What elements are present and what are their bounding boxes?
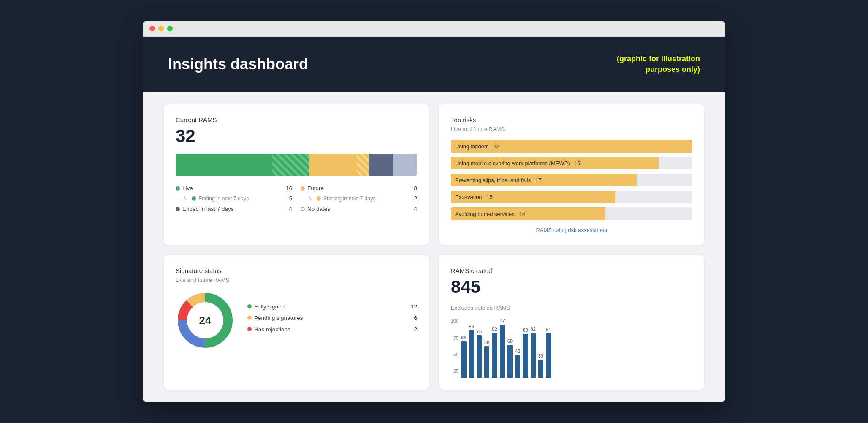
pending-count: 6 [414,315,417,321]
live-dot [176,186,180,191]
arrow-icon-2: ↳ [308,196,312,202]
bar-col-7: 60 [507,338,513,378]
legend-live-label: Live [182,185,193,191]
legend-no-dates-label: No dates [307,206,330,212]
legend-starting-label: Starting in next 7 days [323,196,376,202]
risk-fill-excavation: Excavation 15 [451,191,615,203]
bar-col-4: 58 [484,340,489,378]
legend-starting: ↳ Starting in next 7 days 2 [301,196,417,202]
risk-bar-mewp: Using mobile elevating work platforms (M… [451,157,692,169]
top-risks-title: Top risks [451,116,692,123]
pending-dot [247,316,252,320]
risk-fill-ladders: Using ladders 22 [451,140,692,153]
rams-created-title: RAMS created [451,267,692,274]
bar-col-2: 86 [469,324,474,378]
maximize-icon[interactable] [167,26,173,31]
rams-footer: RAMS using risk assessment [451,227,692,233]
browser-toolbar [143,21,725,37]
fully-signed-dot [247,304,252,308]
bar-future [309,154,357,176]
bar-col-6: 97 [500,318,505,378]
bar-col-10: 82 [531,327,536,378]
bar-col-5: 82 [492,327,497,378]
risk-fill-buried: Avoiding buried services 14 [451,207,605,220]
bar-col-1: 66 [461,335,466,378]
legend-live: Live 16 [176,185,292,191]
legend-no-dates: No dates 4 [301,206,417,212]
bar-ended [369,154,393,176]
rejections-count: 2 [414,326,417,333]
bar-future-starting [357,154,369,176]
risk-fill-slips: Preventing slips, trips, and falls 17 [451,174,637,186]
sig-title: Signature status [176,267,417,274]
bar-live [176,154,272,176]
fully-signed-label: Fully signed [254,303,285,310]
rams-bar [176,154,417,176]
rams-created-count: 845 [451,277,692,297]
sig-subtitle: Live and future RAMS [176,277,417,283]
legend-ended-count: 4 [289,206,292,212]
fully-signed-count: 12 [411,303,417,310]
legend-ending-label: Ending in next 7 days [198,196,249,202]
bar-chart-area: 100 75 50 25 66 86 [451,319,692,378]
sig-pending: Pending signatures 6 [247,315,417,321]
header-note: (graphic for illustrationpurposes only) [617,54,700,75]
bar-no-dates [393,154,417,176]
ended-dot [176,207,180,211]
bar-col-8: 42 [515,349,520,378]
risk-bars: Using ladders 22 Using mobile elevating … [451,140,692,220]
no-dates-dot [301,207,305,211]
current-rams-count: 32 [176,126,417,146]
sig-rejections: Has rejections 2 [247,326,417,333]
starting-dot [317,196,321,201]
ending-dot [192,196,196,201]
bar-chart-y-axis: 100 75 50 25 [451,319,461,374]
legend-ended: Ended in last 7 days 4 [176,206,292,212]
risk-bar-ladders: Using ladders 22 [451,140,692,153]
legend-ended-label: Ended in last 7 days [182,206,234,212]
bar-col-9: 80 [523,327,528,378]
donut-center-value: 24 [199,314,212,327]
risk-bar-excavation: Excavation 15 [451,191,692,203]
legend-future-label: Future [307,185,324,191]
risk-bar-buried: Avoiding buried services 14 [451,207,692,220]
minimize-icon[interactable] [158,26,164,31]
rejections-label: Has rejections [254,326,290,333]
sig-fully-signed: Fully signed 12 [247,303,417,310]
header: Insights dashboard (graphic for illustra… [143,37,725,92]
top-risks-subtitle: Live and future RAMS [451,126,692,132]
bar-chart: 66 86 78 58 [461,323,551,378]
sig-legend: Fully signed 12 Pending signatures 6 [247,303,417,338]
rams-created-subtitle: Excludes deleted RAMS [451,305,692,311]
bar-col-3: 78 [477,329,482,378]
legend-live-count: 16 [286,185,292,191]
bar-col-12: 81 [546,327,551,378]
signature-status-card: Signature status Live and future RAMS [164,255,429,390]
legend-future: Future 8 [301,185,417,191]
donut-chart: 24 [176,291,235,350]
legend-future-count: 8 [414,185,417,191]
current-rams-card: Current RAMS 32 Live [164,104,429,245]
cards-grid: Current RAMS 32 Live [164,104,704,390]
legend-no-dates-count: 4 [414,206,417,212]
legend-ending-count: 6 [289,196,292,202]
bar-live-ending [272,154,309,176]
dashboard-body: Current RAMS 32 Live [143,92,725,402]
legend-starting-count: 2 [414,196,417,202]
top-risks-card: Top risks Live and future RAMS Using lad… [439,104,704,245]
browser-window: Insights dashboard (graphic for illustra… [143,21,725,402]
rejections-dot [247,327,252,331]
sig-content: 24 Fully signed 12 [176,291,417,350]
rams-created-card: RAMS created 845 Excludes deleted RAMS 1… [439,255,704,390]
arrow-icon: ↳ [183,196,187,202]
pending-label: Pending signatures [254,315,303,321]
rams-legend: Live 16 Future 8 ↳ [176,185,417,212]
page-title: Insights dashboard [168,55,308,73]
risk-fill-mewp: Using mobile elevating work platforms (M… [451,157,659,169]
bar-col-11: 33 [538,353,543,378]
future-dot [301,186,305,191]
close-icon[interactable] [149,26,155,31]
risk-bar-slips: Preventing slips, trips, and falls 17 [451,174,692,186]
legend-ending: ↳ Ending in next 7 days 6 [176,196,292,202]
current-rams-title: Current RAMS [176,116,417,123]
